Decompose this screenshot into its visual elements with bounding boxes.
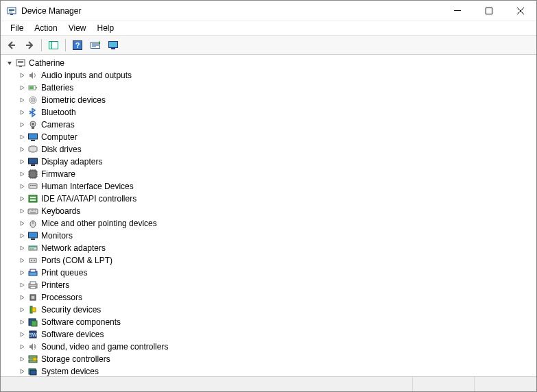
expand-toggle-icon[interactable] [17, 257, 27, 264]
svg-rect-53 [30, 269, 36, 272]
tree-root-node[interactable]: Catherine [2, 57, 536, 69]
tree-node[interactable]: Storage controllers [2, 353, 536, 365]
tree-node[interactable]: Mice and other pointing devices [2, 217, 536, 230]
menu-action[interactable]: Action [29, 22, 62, 34]
expand-toggle-icon[interactable] [17, 146, 27, 153]
content-area: CatherineAudio inputs and outputsBatteri… [1, 55, 536, 391]
tree-node[interactable]: Ports (COM & LPT) [2, 254, 536, 267]
expand-toggle-icon[interactable] [17, 306, 27, 313]
expand-toggle-icon[interactable] [17, 195, 27, 202]
tree-node[interactable]: Print queues [2, 267, 536, 279]
expand-toggle-icon[interactable] [17, 134, 27, 140]
tree-node[interactable]: Bluetooth [2, 106, 536, 119]
menu-view[interactable]: View [63, 22, 92, 34]
expand-toggle-icon[interactable] [17, 269, 27, 276]
expand-toggle-icon[interactable] [17, 121, 27, 128]
status-pane-1 [1, 377, 413, 391]
svg-point-47 [30, 248, 32, 249]
expand-toggle-icon[interactable] [17, 282, 27, 289]
svg-rect-3 [9, 12, 12, 12]
expand-toggle-icon[interactable] [17, 245, 27, 252]
tree-node[interactable]: Sound, video and game controllers [2, 341, 536, 353]
tree-node[interactable]: Processors [2, 291, 536, 304]
toolbar: ? [1, 36, 536, 55]
svg-rect-36 [34, 185, 36, 186]
tree-node[interactable]: System devices [2, 365, 536, 376]
tree-node[interactable]: IDE ATA/ATAPI controllers [2, 193, 536, 205]
tree-node-label: Software devices [41, 328, 104, 341]
tree-node[interactable]: Firmware [2, 168, 536, 180]
help-icon: ? [72, 40, 83, 51]
keyboard-icon [27, 206, 38, 217]
tree-node[interactable]: Printers [2, 279, 536, 291]
battery-icon [27, 82, 38, 93]
tree-node[interactable]: Batteries [2, 82, 536, 94]
back-button[interactable] [3, 38, 20, 53]
tree-node[interactable]: Biometric devices [2, 94, 536, 106]
expand-toggle-icon[interactable] [17, 356, 27, 363]
help-button[interactable]: ? [69, 38, 86, 53]
tree-node[interactable]: Cameras [2, 119, 536, 131]
expand-toggle-icon[interactable] [17, 171, 27, 177]
tree-node[interactable]: Security devices [2, 304, 536, 316]
svg-text:SW: SW [29, 332, 37, 337]
svg-rect-2 [9, 10, 14, 11]
monitor-icon [108, 40, 119, 51]
expand-toggle-icon[interactable] [17, 84, 27, 91]
swcomp-icon [27, 317, 38, 328]
close-button[interactable] [505, 1, 536, 21]
tree-node[interactable]: Audio inputs and outputs [2, 69, 536, 82]
monitor-icon [27, 132, 38, 143]
expand-toggle-icon[interactable] [17, 368, 27, 375]
menu-file[interactable]: File [5, 22, 29, 34]
expand-toggle-icon[interactable] [17, 208, 27, 215]
expand-toggle-icon[interactable] [5, 60, 14, 66]
device-tree[interactable]: CatherineAudio inputs and outputsBatteri… [1, 56, 536, 376]
svg-rect-17 [19, 66, 22, 67]
expand-toggle-icon[interactable] [17, 343, 27, 350]
svg-rect-31 [31, 164, 35, 166]
svg-rect-39 [30, 199, 36, 201]
network-icon [27, 243, 38, 254]
minimize-button[interactable] [442, 1, 473, 21]
tree-node-label: Mice and other pointing devices [41, 217, 157, 230]
svg-rect-6 [486, 8, 492, 14]
tree-node-label: Firmware [41, 168, 75, 180]
expand-toggle-icon[interactable] [17, 220, 27, 227]
expand-toggle-icon[interactable] [17, 109, 27, 116]
tree-node[interactable]: Network adapters [2, 242, 536, 254]
svg-rect-15 [18, 61, 23, 62]
menu-help[interactable]: Help [92, 22, 120, 34]
tree-node[interactable]: Keyboards [2, 205, 536, 217]
svg-rect-13 [111, 48, 115, 49]
tree-node[interactable]: Display adapters [2, 156, 536, 168]
svg-rect-5 [454, 10, 461, 11]
expand-toggle-icon[interactable] [17, 72, 27, 79]
monitor-icon [27, 230, 38, 241]
tree-node[interactable]: Monitors [2, 230, 536, 242]
disk-icon [27, 144, 38, 155]
toolbar-separator [65, 39, 66, 51]
tree-node[interactable]: SWSoftware devices [2, 328, 536, 341]
devices-view-button[interactable] [105, 38, 121, 53]
app-icon [6, 5, 17, 16]
ide-icon [27, 193, 38, 204]
maximize-button[interactable] [473, 1, 505, 21]
expand-toggle-icon[interactable] [17, 158, 27, 165]
expand-toggle-icon[interactable] [17, 183, 27, 190]
tree-node[interactable]: Computer [2, 131, 536, 143]
expand-toggle-icon[interactable] [17, 319, 27, 326]
expand-toggle-icon[interactable] [17, 232, 27, 239]
tree-node[interactable]: Disk drives [2, 143, 536, 156]
scan-hardware-button[interactable] [87, 38, 104, 53]
system-icon [27, 366, 38, 376]
tree-node[interactable]: Human Interface Devices [2, 180, 536, 193]
forward-arrow-icon [24, 40, 35, 51]
expand-toggle-icon[interactable] [17, 97, 27, 103]
show-hide-tree-button[interactable] [45, 38, 62, 53]
title-bar: Device Manager [1, 1, 536, 21]
expand-toggle-icon[interactable] [17, 294, 27, 301]
expand-toggle-icon[interactable] [17, 331, 27, 338]
tree-node[interactable]: Software components [2, 316, 536, 328]
forward-button[interactable] [21, 38, 38, 53]
